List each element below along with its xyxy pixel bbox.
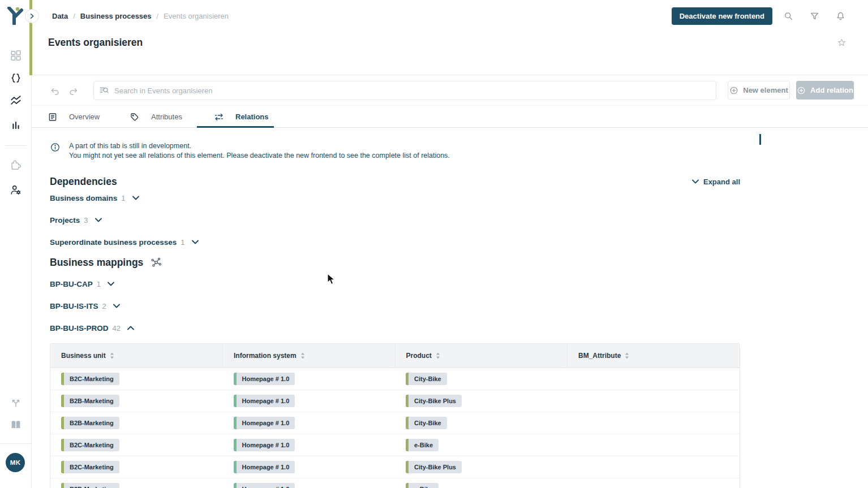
product-chip[interactable]: City-Bike [406,417,447,429]
relation-group-toggle[interactable]: BP-BU-IS-PROD 42 [50,321,740,335]
relation-group-toggle[interactable]: Business domains 1 [50,191,740,205]
redo-icon[interactable] [68,87,78,97]
branch-icon[interactable] [10,396,22,409]
business-mappings-heading: Business mappings [50,257,143,269]
chevron-down-icon [132,196,139,200]
trend-lines-icon[interactable] [10,94,22,107]
element-search [93,81,716,100]
relation-group-toggle[interactable]: Superordinate business processes 1 [50,235,740,249]
information-system-chip[interactable]: Homepage # 1.0 [234,483,295,488]
user-settings-icon[interactable] [10,184,22,196]
information-system-chip[interactable]: Homepage # 1.0 [234,395,295,407]
puzzle-icon[interactable] [10,158,22,170]
tab-overview[interactable]: Overview [48,106,100,128]
expand-all-button[interactable]: Expand all [692,178,740,186]
sidebar-divider [6,145,26,146]
column-header-information-system[interactable]: Information system [223,344,396,368]
product-chip[interactable]: City-Bike Plus [406,395,462,407]
code-braces-icon[interactable] [10,72,22,84]
table-row: B2B-Marketing Homepage # 1.0 City-Bike [50,412,740,434]
breadcrumb: Data/Business processes/Events organisie… [52,12,672,20]
deactivate-frontend-button[interactable]: Deactivate new frontend [672,7,772,25]
relation-group-toggle[interactable]: BP-BU-IS-ITS 2 [50,299,740,313]
development-notice: A part of this tab is still in developme… [50,141,740,160]
chevron-icon [113,304,120,308]
plus-circle-icon [729,86,738,95]
business-unit-chip[interactable]: B2B-Marketing [61,417,119,429]
bar-chart-icon[interactable] [10,119,22,132]
bm-relation-table: Business unit Information system Product… [50,343,740,488]
undo-icon[interactable] [50,87,60,97]
information-system-chip[interactable]: Homepage # 1.0 [234,439,295,451]
relation-group-toggle[interactable]: Projects 3 [50,213,740,227]
top-bar: Data/Business processes/Events organisie… [32,0,868,32]
sidebar-expand-button[interactable] [25,9,39,23]
top-icons [784,11,845,21]
dependencies-heading: Dependencies [50,176,117,188]
table-row: B2C-Marketing Homepage # 1.0 e-Bike [50,434,740,456]
info-icon [50,142,61,153]
dashboard-icon[interactable] [10,49,22,62]
business-unit-chip[interactable]: B2C-Marketing [61,439,119,451]
column-header-product[interactable]: Product [395,344,568,368]
new-element-button[interactable]: New element [728,81,790,100]
search-input[interactable] [93,81,716,100]
network-graph-icon[interactable] [150,256,162,269]
business-unit-chip[interactable]: B2C-Marketing [61,373,119,385]
relations-icon [214,112,224,122]
bell-icon[interactable] [836,11,845,21]
product-chip[interactable]: e-Bike [406,439,439,451]
relations-content: A part of this tab is still in developme… [50,141,740,488]
chevron-icon [127,326,134,330]
tabs-bar: Overview Attributes Relations [32,106,868,128]
dependency-groups: Business domains 1 Projects 3 Superordin… [50,191,740,249]
table-header-row: Business unit Information system Product… [50,344,740,368]
notice-line-1: A part of this tab is still in developme… [69,141,450,151]
page-toc [759,135,860,142]
table-row: B2B-Marketing Homepage # 1.0 e-Bike [50,478,740,488]
information-system-chip[interactable]: Homepage # 1.0 [234,373,295,385]
sidebar-divider [0,443,32,444]
tab-relations[interactable]: Relations [214,106,269,128]
product-chip[interactable]: e-Bike [406,483,439,488]
table-row: B2C-Marketing Homepage # 1.0 City-Bike [50,368,740,390]
business-unit-chip[interactable]: B2B-Marketing [61,395,119,407]
product-chip[interactable]: City-Bike Plus [406,461,462,473]
table-row: B2C-Marketing Homepage # 1.0 City-Bike P… [50,456,740,478]
plus-circle-icon [797,86,806,95]
information-system-chip[interactable]: Homepage # 1.0 [234,417,295,429]
favorite-star-icon[interactable] [837,38,846,47]
add-relation-button[interactable]: Add relation [796,81,854,100]
chevron-icon [108,282,114,286]
table-row: B2B-Marketing Homepage # 1.0 City-Bike P… [50,390,740,412]
column-header-business-unit[interactable]: Business unit [50,344,223,368]
user-avatar[interactable]: MK [6,453,25,472]
search-icon[interactable] [784,11,793,21]
handbook-icon[interactable] [10,418,22,431]
app-screen: MK Data/Business processes/Events organi… [0,0,868,488]
breadcrumb-item[interactable]: Business processes/ [80,12,158,20]
sort-icon [625,352,629,359]
notice-line-2: You might not yet see all relations of t… [69,151,450,161]
tab-attributes[interactable]: Attributes [130,106,182,128]
document-icon [48,112,58,122]
title-area: Events organisieren [32,32,868,75]
breadcrumb-item[interactable]: Data/ [52,12,75,20]
sort-icon [436,352,440,359]
toolbar: New element Add relation [32,75,868,106]
sort-icon [300,352,305,359]
active-tab-underline [197,126,274,128]
filter-icon[interactable] [810,11,819,21]
app-logo-icon[interactable] [7,7,24,25]
relation-group-toggle[interactable]: BP-BU-CAP 1 [50,277,740,291]
business-unit-chip[interactable]: B2C-Marketing [61,461,119,473]
information-system-chip[interactable]: Homepage # 1.0 [234,461,295,473]
product-chip[interactable]: City-Bike [406,373,447,385]
chevron-down-icon [192,240,199,244]
chevron-down-icon [95,218,102,222]
business-mapping-groups: BP-BU-CAP 1 BP-BU-IS-ITS 2 BP-BU-IS-PROD… [50,277,740,335]
business-unit-chip[interactable]: B2B-Marketing [61,483,119,488]
sort-icon [110,352,114,359]
column-header-bm-attribute[interactable]: BM_Attribute [568,344,740,368]
breadcrumb-item[interactable]: Events organisieren [164,12,229,20]
